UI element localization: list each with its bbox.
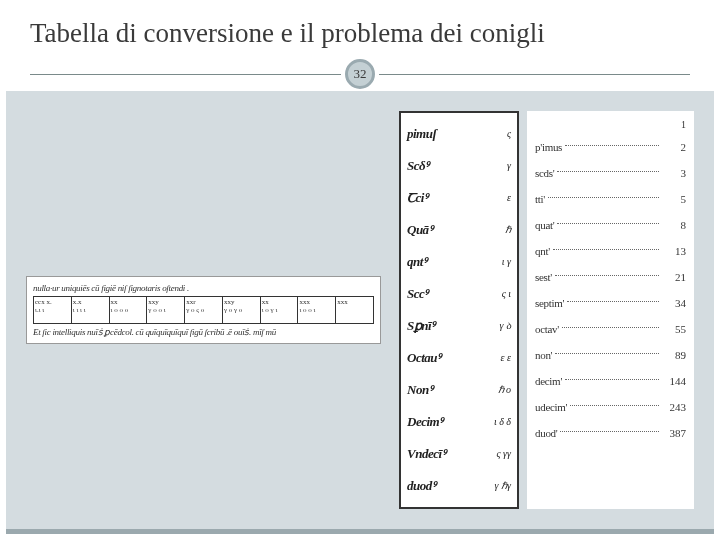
- manuscript-bottom-caption: Et ſic intelliquis nuīṡ ꝑcēdcol. cū quīq…: [33, 327, 374, 337]
- ordinal-printed: non': [535, 349, 552, 361]
- ordinal-printed: udecim': [535, 401, 567, 413]
- ordinal-manuscript: pimuſ: [407, 126, 436, 142]
- manuscript-cell: xxrγ ο ς ο: [185, 297, 223, 323]
- printed-row: sest'21: [535, 264, 686, 290]
- printed-row: p'imus2: [535, 134, 686, 160]
- value-printed: 243: [662, 401, 686, 413]
- printed-row: decim'144: [535, 368, 686, 394]
- manuscript-cell: xxx: [336, 297, 373, 323]
- leader-dots: [570, 405, 659, 406]
- slide-container: Tabella di conversione e il problema dei…: [0, 0, 720, 540]
- ordinal-manuscript: Nonꝰ: [407, 382, 432, 398]
- divider-row: 32: [30, 63, 690, 85]
- value-printed: 55: [662, 323, 686, 335]
- printed-row: quat'8: [535, 212, 686, 238]
- manuscript-cell: xxxι ο ο ι: [298, 297, 336, 323]
- ordinal-manuscript: Octauꝰ: [407, 350, 441, 366]
- printed-header-value: 1: [535, 119, 686, 130]
- header-area: Tabella di conversione e il problema dei…: [0, 0, 720, 85]
- ordinal-manuscript: Sꝑnīꝰ: [407, 318, 435, 334]
- value-manuscript: γ ℏγ: [495, 480, 511, 491]
- value-manuscript: ε ε: [501, 352, 511, 363]
- value-printed: 21: [662, 271, 686, 283]
- leader-dots: [567, 301, 659, 302]
- manuscript-cell: xxyγ ο ο ι: [147, 297, 185, 323]
- leader-dots: [555, 275, 659, 276]
- manuscript-row: Decimꝰι δ δ: [407, 409, 511, 435]
- ordinal-manuscript: Scδꝰ: [407, 158, 429, 174]
- ordinal-printed: octav': [535, 323, 559, 335]
- value-printed: 89: [662, 349, 686, 361]
- page-number-badge: 32: [345, 59, 375, 89]
- printed-row: tti'5: [535, 186, 686, 212]
- manuscript-row: Octauꝰε ε: [407, 345, 511, 371]
- ordinal-printed: qnt': [535, 245, 550, 257]
- ordinal-printed: tti': [535, 193, 545, 205]
- manuscript-grid: ccx x.ι.ι ιx.xι ι ι ιxxι o o oxxyγ ο ο ι…: [33, 296, 374, 324]
- manuscript-cell: xxι o o o: [110, 297, 148, 323]
- ordinal-printed: septim': [535, 297, 564, 309]
- value-printed: 2: [662, 141, 686, 153]
- ordinal-printed: decim': [535, 375, 562, 387]
- value-manuscript: ς ι: [502, 288, 511, 299]
- value-manuscript: ς: [507, 128, 511, 139]
- manuscript-cell: xxι ο γ ι: [261, 297, 299, 323]
- right-panel: pimuſςScδꝰγꞆciꝰεQuāꝰℏqntꝰι γSccꝰς ιSꝑnīꝰ…: [399, 111, 694, 509]
- ordinal-printed: p'imus: [535, 141, 562, 153]
- value-printed: 144: [662, 375, 686, 387]
- value-printed: 387: [662, 427, 686, 439]
- printed-row: septim'34: [535, 290, 686, 316]
- manuscript-cell: xxyγ ο γ ο: [223, 297, 261, 323]
- value-manuscript: ε: [507, 192, 511, 203]
- value-manuscript: ℏ: [505, 224, 511, 235]
- ordinal-manuscript: duodꝰ: [407, 478, 435, 494]
- leader-dots: [565, 145, 659, 146]
- ordinal-manuscript: Vndecīꝰ: [407, 446, 445, 462]
- value-printed: 5: [662, 193, 686, 205]
- rabbit-printed-column: 1 p'imus2scds'3tti'5quat'8qnt'13sest'21s…: [527, 111, 694, 509]
- leader-dots: [560, 431, 659, 432]
- manuscript-row: Sccꝰς ι: [407, 281, 511, 307]
- leader-dots: [553, 249, 659, 250]
- ordinal-printed: quat': [535, 219, 554, 231]
- bottom-accent-bar: [6, 529, 714, 534]
- value-manuscript: ι δ δ: [494, 416, 511, 427]
- printed-row: octav'55: [535, 316, 686, 342]
- printed-row: scds'3: [535, 160, 686, 186]
- ordinal-printed: sest': [535, 271, 552, 283]
- value-printed: 3: [662, 167, 686, 179]
- value-printed: 34: [662, 297, 686, 309]
- leader-dots: [557, 223, 659, 224]
- value-printed: 8: [662, 219, 686, 231]
- ordinal-manuscript: qntꝰ: [407, 254, 426, 270]
- ordinal-manuscript: Sccꝰ: [407, 286, 428, 302]
- manuscript-row: Sꝑnīꝰγ ꝺ: [407, 313, 511, 339]
- leader-dots: [565, 379, 659, 380]
- printed-row: non'89: [535, 342, 686, 368]
- manuscript-top-caption: nulla·ur uniquiēs cū figiē niſ ſignotari…: [33, 283, 374, 293]
- page-title: Tabella di conversione e il problema dei…: [30, 18, 690, 49]
- left-panel: nulla·ur uniquiēs cū figiē niſ ſignotari…: [26, 111, 381, 509]
- printed-row: qnt'13: [535, 238, 686, 264]
- manuscript-row: pimuſς: [407, 121, 511, 147]
- ordinal-manuscript: Ꞇciꝰ: [407, 190, 427, 206]
- divider-left: [30, 74, 341, 75]
- manuscript-cell: ccx x.ι.ι ι: [34, 297, 72, 323]
- ordinal-printed: duod': [535, 427, 557, 439]
- value-manuscript: ℏ ο: [498, 384, 512, 395]
- manuscript-cell: x.xι ι ι ι: [72, 297, 110, 323]
- divider-right: [379, 74, 690, 75]
- manuscript-row: Quāꝰℏ: [407, 217, 511, 243]
- value-manuscript: γ ꝺ: [500, 320, 511, 332]
- manuscript-row: Nonꝰℏ ο: [407, 377, 511, 403]
- manuscript-row: qntꝰι γ: [407, 249, 511, 275]
- ordinal-manuscript: Quāꝰ: [407, 222, 432, 238]
- ordinal-printed: scds': [535, 167, 554, 179]
- manuscript-row: duodꝰγ ℏγ: [407, 473, 511, 499]
- manuscript-row: Scδꝰγ: [407, 153, 511, 179]
- conversion-table-manuscript: nulla·ur uniquiēs cū figiē niſ ſignotari…: [26, 276, 381, 344]
- value-manuscript: ς γγ: [497, 448, 511, 459]
- manuscript-row: Ꞇciꝰε: [407, 185, 511, 211]
- value-manuscript: γ: [507, 160, 511, 171]
- leader-dots: [557, 171, 659, 172]
